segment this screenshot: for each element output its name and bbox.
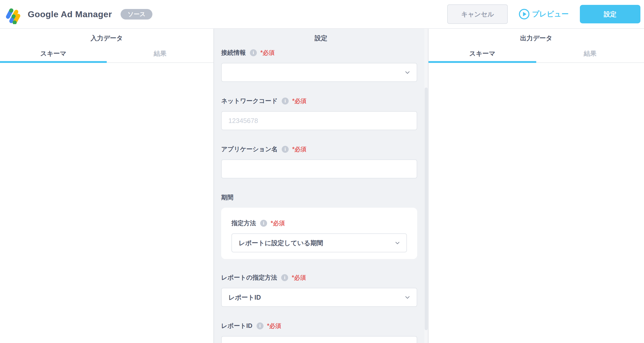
report-method-label-row: レポートの指定方法 i *必須 (221, 273, 417, 282)
connection-label: 接続情報 (221, 49, 246, 57)
required-badge: *必須 (292, 145, 306, 153)
required-badge: *必須 (292, 274, 306, 282)
tab-input-result[interactable]: 結果 (107, 44, 213, 62)
tab-output-result[interactable]: 結果 (536, 44, 644, 62)
required-badge: *必須 (271, 219, 285, 227)
cancel-button[interactable]: キャンセル (447, 4, 508, 24)
period-method-label-row: 指定方法 i *必須 (231, 219, 407, 227)
period-section-label: 期間 (221, 193, 417, 202)
network-code-label-row: ネットワークコード i *必須 (221, 97, 417, 105)
source-badge: ソース (121, 9, 152, 20)
settings-panel-title: 設定 (214, 29, 428, 42)
chevron-down-icon (404, 294, 411, 301)
report-method-select-value: レポートID (228, 293, 261, 302)
app-name-label-row: アプリケーション名 i *必須 (221, 145, 417, 153)
tab-output-schema-label: スキーマ (469, 49, 495, 58)
tab-input-result-label: 結果 (154, 49, 167, 58)
settings-submit-button[interactable]: 設定 (580, 5, 640, 23)
report-method-label: レポートの指定方法 (221, 273, 277, 282)
report-method-select[interactable]: レポートID (221, 288, 417, 307)
info-icon[interactable]: i (282, 146, 289, 153)
main-content: 入力データ スキーマ 結果 設定 接続情報 i *必須 (0, 29, 644, 343)
settings-form: 接続情報 i *必須 ネットワークコード i *必須 (214, 42, 428, 343)
info-icon[interactable]: i (282, 98, 289, 104)
output-data-tab-bar: スキーマ 結果 (428, 44, 644, 63)
app-name-input[interactable] (221, 159, 417, 178)
period-method-label: 指定方法 (231, 219, 256, 227)
info-icon[interactable]: i (260, 220, 267, 227)
settings-scrollbar-thumb[interactable] (425, 88, 428, 330)
input-data-tab-bar: スキーマ 結果 (0, 44, 213, 63)
header-bar: Google Ad Manager ソース キャンセル プレビュー 設定 (0, 0, 644, 29)
settings-scrollbar-track[interactable] (424, 29, 428, 343)
period-method-select-value: レポートに設定している期間 (239, 239, 323, 247)
app-window: Google Ad Manager ソース キャンセル プレビュー 設定 入力デ… (0, 0, 644, 343)
input-data-title: 入力データ (0, 29, 213, 42)
report-id-label-row: レポートID i *必須 (221, 322, 417, 330)
tab-input-schema-label: スキーマ (40, 49, 66, 58)
period-card: 指定方法 i *必須 レポートに設定している期間 (221, 208, 417, 259)
play-circle-icon (519, 8, 530, 20)
preview-button[interactable]: プレビュー (519, 8, 569, 20)
input-data-panel: 入力データ スキーマ 結果 (0, 29, 213, 343)
network-code-label: ネットワークコード (221, 97, 278, 105)
output-data-title: 出力データ (428, 29, 644, 42)
tab-input-schema[interactable]: スキーマ (0, 44, 107, 62)
report-id-input[interactable] (221, 336, 417, 343)
network-code-input[interactable] (221, 111, 417, 130)
tab-output-result-label: 結果 (584, 49, 597, 58)
required-badge: *必須 (267, 322, 281, 330)
google-ad-manager-logo-icon (5, 4, 25, 24)
tab-output-schema[interactable]: スキーマ (428, 44, 536, 62)
app-name-label: アプリケーション名 (221, 145, 278, 153)
output-data-body (428, 63, 644, 343)
info-icon[interactable]: i (281, 274, 288, 281)
chevron-down-icon (394, 240, 401, 246)
info-icon[interactable]: i (250, 49, 257, 56)
settings-panel: 設定 接続情報 i *必須 ネットワークコード i (213, 29, 428, 343)
input-data-body (0, 63, 213, 343)
info-icon[interactable]: i (257, 322, 264, 329)
preview-button-label: プレビュー (532, 9, 569, 19)
chevron-down-icon (404, 69, 411, 76)
connection-select[interactable] (221, 63, 417, 82)
output-data-panel: 出力データ スキーマ 結果 (428, 29, 644, 343)
report-id-label: レポートID (221, 322, 252, 330)
period-method-select[interactable]: レポートに設定している期間 (231, 233, 407, 252)
connection-label-row: 接続情報 i *必須 (221, 49, 417, 57)
required-badge: *必須 (260, 49, 275, 57)
required-badge: *必須 (292, 97, 306, 105)
page-title: Google Ad Manager (28, 9, 112, 19)
